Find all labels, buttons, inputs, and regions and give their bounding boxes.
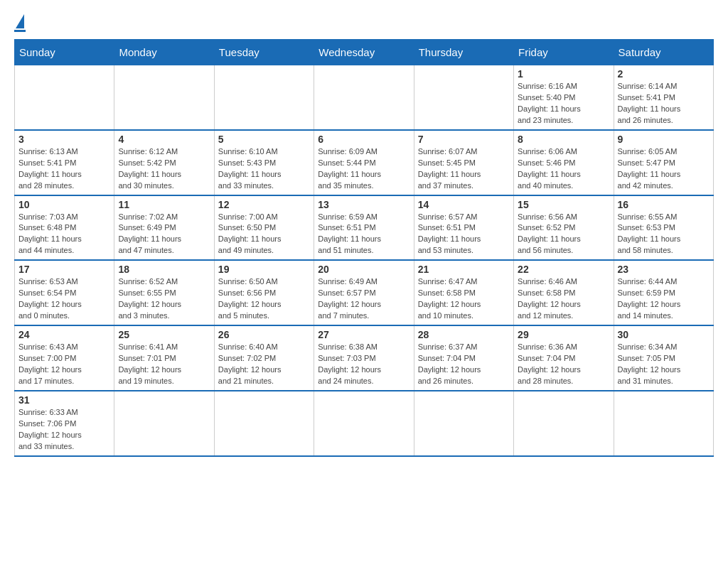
day-number: 9 <box>618 134 710 145</box>
calendar-cell: 6Sunrise: 6:09 AM Sunset: 5:44 PM Daylig… <box>314 130 414 195</box>
day-detail: Sunrise: 6:56 AM Sunset: 6:52 PM Dayligh… <box>518 212 609 257</box>
calendar-cell: 29Sunrise: 6:36 AM Sunset: 7:04 PM Dayli… <box>514 325 614 391</box>
day-detail: Sunrise: 6:49 AM Sunset: 6:57 PM Dayligh… <box>318 276 410 322</box>
day-number: 18 <box>118 264 210 275</box>
day-detail: Sunrise: 6:16 AM Sunset: 5:40 PM Dayligh… <box>518 81 609 126</box>
day-number: 27 <box>318 329 410 340</box>
calendar-cell: 13Sunrise: 6:59 AM Sunset: 6:51 PM Dayli… <box>314 195 414 261</box>
calendar-header-row: SundayMondayTuesdayWednesdayThursdayFrid… <box>15 40 714 65</box>
day-detail: Sunrise: 6:50 AM Sunset: 6:56 PM Dayligh… <box>218 276 310 322</box>
calendar-week-row: 1Sunrise: 6:16 AM Sunset: 5:40 PM Daylig… <box>15 65 714 130</box>
calendar-cell <box>214 391 314 456</box>
day-detail: Sunrise: 6:13 AM Sunset: 5:41 PM Dayligh… <box>18 146 110 192</box>
day-number: 19 <box>218 264 310 275</box>
calendar-cell: 31Sunrise: 6:33 AM Sunset: 7:06 PM Dayli… <box>15 391 114 456</box>
day-number: 7 <box>418 134 510 145</box>
logo-triangle-icon <box>16 14 24 28</box>
calendar-cell: 1Sunrise: 6:16 AM Sunset: 5:40 PM Daylig… <box>514 65 614 130</box>
day-detail: Sunrise: 6:46 AM Sunset: 6:58 PM Dayligh… <box>518 276 609 322</box>
day-number: 2 <box>618 68 710 80</box>
calendar-cell: 8Sunrise: 6:06 AM Sunset: 5:46 PM Daylig… <box>514 130 614 195</box>
calendar-week-row: 31Sunrise: 6:33 AM Sunset: 7:06 PM Dayli… <box>15 391 714 456</box>
day-header-friday: Friday <box>514 40 614 65</box>
day-detail: Sunrise: 6:14 AM Sunset: 5:41 PM Dayligh… <box>618 81 710 126</box>
day-header-sunday: Sunday <box>15 40 114 65</box>
calendar-cell: 16Sunrise: 6:55 AM Sunset: 6:53 PM Dayli… <box>614 195 713 261</box>
calendar-cell <box>514 391 614 456</box>
day-number: 12 <box>218 199 310 210</box>
day-number: 25 <box>118 329 210 340</box>
day-detail: Sunrise: 6:12 AM Sunset: 5:42 PM Dayligh… <box>118 146 210 192</box>
day-number: 24 <box>18 329 110 340</box>
day-number: 20 <box>318 264 410 275</box>
day-detail: Sunrise: 6:07 AM Sunset: 5:45 PM Dayligh… <box>418 146 510 192</box>
calendar-cell: 3Sunrise: 6:13 AM Sunset: 5:41 PM Daylig… <box>15 130 114 195</box>
day-detail: Sunrise: 6:57 AM Sunset: 6:51 PM Dayligh… <box>418 212 510 257</box>
day-number: 28 <box>418 329 510 340</box>
day-detail: Sunrise: 6:09 AM Sunset: 5:44 PM Dayligh… <box>318 146 410 192</box>
day-header-monday: Monday <box>114 40 214 65</box>
day-header-saturday: Saturday <box>614 40 713 65</box>
day-number: 30 <box>618 329 710 340</box>
day-detail: Sunrise: 6:55 AM Sunset: 6:53 PM Dayligh… <box>618 212 710 257</box>
day-number: 29 <box>518 329 609 340</box>
logo-underline <box>14 30 26 32</box>
day-number: 10 <box>18 199 110 210</box>
calendar-cell: 21Sunrise: 6:47 AM Sunset: 6:58 PM Dayli… <box>414 260 513 325</box>
day-detail: Sunrise: 6:05 AM Sunset: 5:47 PM Dayligh… <box>618 146 710 192</box>
day-header-thursday: Thursday <box>414 40 513 65</box>
day-number: 1 <box>518 68 609 80</box>
day-detail: Sunrise: 6:06 AM Sunset: 5:46 PM Dayligh… <box>518 146 609 192</box>
calendar-cell: 23Sunrise: 6:44 AM Sunset: 6:59 PM Dayli… <box>614 260 713 325</box>
calendar-cell: 22Sunrise: 6:46 AM Sunset: 6:58 PM Dayli… <box>514 260 614 325</box>
calendar-cell: 14Sunrise: 6:57 AM Sunset: 6:51 PM Dayli… <box>414 195 513 261</box>
day-number: 8 <box>518 134 609 145</box>
calendar-week-row: 3Sunrise: 6:13 AM Sunset: 5:41 PM Daylig… <box>15 130 714 195</box>
calendar-cell: 11Sunrise: 7:02 AM Sunset: 6:49 PM Dayli… <box>114 195 214 261</box>
calendar-cell <box>614 391 713 456</box>
day-number: 13 <box>318 199 410 210</box>
calendar-week-row: 10Sunrise: 7:03 AM Sunset: 6:48 PM Dayli… <box>15 195 714 261</box>
calendar-cell: 18Sunrise: 6:52 AM Sunset: 6:55 PM Dayli… <box>114 260 214 325</box>
day-detail: Sunrise: 6:44 AM Sunset: 6:59 PM Dayligh… <box>618 276 710 322</box>
day-number: 4 <box>118 134 210 145</box>
calendar-cell <box>114 65 214 130</box>
day-detail: Sunrise: 6:10 AM Sunset: 5:43 PM Dayligh… <box>218 146 310 192</box>
day-number: 26 <box>218 329 310 340</box>
day-detail: Sunrise: 6:40 AM Sunset: 7:02 PM Dayligh… <box>218 342 310 387</box>
day-number: 22 <box>518 264 609 275</box>
day-number: 16 <box>618 199 710 210</box>
calendar-cell: 24Sunrise: 6:43 AM Sunset: 7:00 PM Dayli… <box>15 325 114 391</box>
day-number: 5 <box>218 134 310 145</box>
calendar-week-row: 17Sunrise: 6:53 AM Sunset: 6:54 PM Dayli… <box>15 260 714 325</box>
calendar-cell <box>314 65 414 130</box>
page-header <box>14 14 714 32</box>
calendar-cell: 15Sunrise: 6:56 AM Sunset: 6:52 PM Dayli… <box>514 195 614 261</box>
day-detail: Sunrise: 6:53 AM Sunset: 6:54 PM Dayligh… <box>18 276 110 322</box>
calendar-table: SundayMondayTuesdayWednesdayThursdayFrid… <box>14 39 714 457</box>
day-detail: Sunrise: 7:03 AM Sunset: 6:48 PM Dayligh… <box>18 212 110 257</box>
logo <box>14 14 26 32</box>
calendar-cell: 25Sunrise: 6:41 AM Sunset: 7:01 PM Dayli… <box>114 325 214 391</box>
day-detail: Sunrise: 6:41 AM Sunset: 7:01 PM Dayligh… <box>118 342 210 387</box>
day-number: 21 <box>418 264 510 275</box>
day-detail: Sunrise: 6:43 AM Sunset: 7:00 PM Dayligh… <box>18 342 110 387</box>
day-detail: Sunrise: 6:38 AM Sunset: 7:03 PM Dayligh… <box>318 342 410 387</box>
day-detail: Sunrise: 6:52 AM Sunset: 6:55 PM Dayligh… <box>118 276 210 322</box>
calendar-cell: 19Sunrise: 6:50 AM Sunset: 6:56 PM Dayli… <box>214 260 314 325</box>
day-number: 3 <box>18 134 110 145</box>
calendar-cell <box>414 65 513 130</box>
calendar-cell: 10Sunrise: 7:03 AM Sunset: 6:48 PM Dayli… <box>15 195 114 261</box>
calendar-cell: 5Sunrise: 6:10 AM Sunset: 5:43 PM Daylig… <box>214 130 314 195</box>
day-detail: Sunrise: 6:47 AM Sunset: 6:58 PM Dayligh… <box>418 276 510 322</box>
day-number: 31 <box>18 394 110 406</box>
day-detail: Sunrise: 6:37 AM Sunset: 7:04 PM Dayligh… <box>418 342 510 387</box>
day-header-wednesday: Wednesday <box>314 40 414 65</box>
day-detail: Sunrise: 6:33 AM Sunset: 7:06 PM Dayligh… <box>18 407 110 453</box>
calendar-cell: 2Sunrise: 6:14 AM Sunset: 5:41 PM Daylig… <box>614 65 713 130</box>
calendar-cell: 12Sunrise: 7:00 AM Sunset: 6:50 PM Dayli… <box>214 195 314 261</box>
day-detail: Sunrise: 6:59 AM Sunset: 6:51 PM Dayligh… <box>318 212 410 257</box>
day-detail: Sunrise: 6:34 AM Sunset: 7:05 PM Dayligh… <box>618 342 710 387</box>
day-detail: Sunrise: 7:02 AM Sunset: 6:49 PM Dayligh… <box>118 212 210 257</box>
day-header-tuesday: Tuesday <box>214 40 314 65</box>
